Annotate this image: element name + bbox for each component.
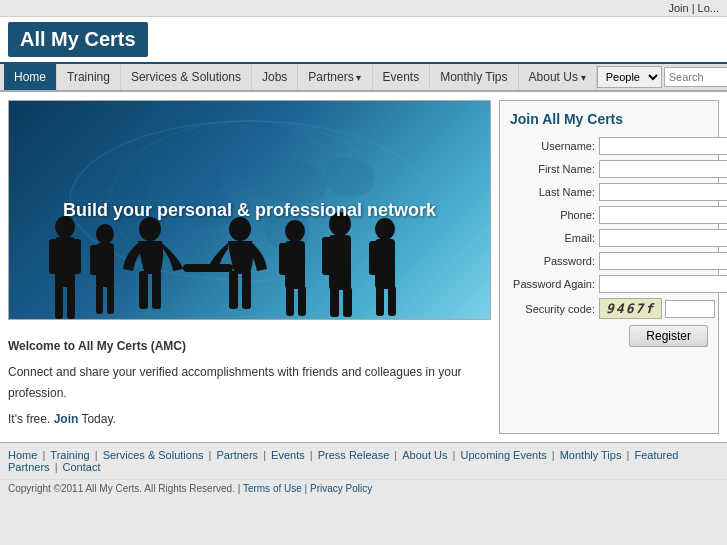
password-input[interactable] xyxy=(599,252,727,270)
svg-rect-40 xyxy=(376,286,384,316)
copyright-bar: Copyright ©2011 All My Certs. All Rights… xyxy=(0,479,727,497)
svg-rect-33 xyxy=(340,237,350,275)
copyright-text: Copyright ©2011 All My Certs. All Rights… xyxy=(8,483,235,494)
footer-link-events[interactable]: Events xyxy=(271,449,305,461)
security-label: Security code: xyxy=(510,303,595,315)
header: All My Certs xyxy=(0,17,727,64)
nav-item-monthly-tips[interactable]: Monthly Tips xyxy=(430,64,518,90)
footer-link-contact[interactable]: Contact xyxy=(63,461,101,473)
footer-link-upcoming[interactable]: Upcoming Events xyxy=(460,449,546,461)
svg-rect-9 xyxy=(55,284,63,319)
email-input[interactable] xyxy=(599,229,727,247)
footer-link-training[interactable]: Training xyxy=(50,449,89,461)
welcome-section: Welcome to All My Certs (AMC) Connect an… xyxy=(8,332,491,434)
svg-rect-18 xyxy=(139,271,148,309)
footer-link-partners[interactable]: Partners xyxy=(217,449,259,461)
firstname-row: First Name: xyxy=(510,160,708,178)
welcome-prefix: It's free. xyxy=(8,412,54,426)
password2-label: Password Again: xyxy=(510,278,595,290)
password2-row: Password Again: xyxy=(510,275,708,293)
nav-item-events[interactable]: Events xyxy=(373,64,431,90)
nav-item-about-us[interactable]: About Us xyxy=(519,64,597,90)
svg-rect-29 xyxy=(298,286,306,316)
footer-links: Home | Training | Services & Solutions |… xyxy=(0,442,727,479)
username-label: Username: xyxy=(510,140,595,152)
svg-point-36 xyxy=(375,218,395,240)
footer-link-services[interactable]: Services & Solutions xyxy=(103,449,204,461)
footer-link-home[interactable]: Home xyxy=(8,449,37,461)
phone-row: Phone: xyxy=(510,206,708,224)
firstname-input[interactable] xyxy=(599,160,727,178)
svg-rect-35 xyxy=(343,287,352,317)
svg-point-11 xyxy=(96,224,114,244)
svg-rect-38 xyxy=(369,241,378,275)
svg-rect-15 xyxy=(96,284,103,314)
svg-rect-19 xyxy=(152,271,161,309)
registration-form-section: Join All My Certs Username: First Name: … xyxy=(499,100,719,434)
welcome-heading: Welcome to All My Certs (AMC) xyxy=(8,336,491,356)
password-row: Password: xyxy=(510,252,708,270)
phone-input[interactable] xyxy=(599,206,727,224)
login-link[interactable]: Lo... xyxy=(698,2,719,14)
svg-point-21 xyxy=(229,217,251,241)
svg-rect-34 xyxy=(330,287,339,317)
hero-headline-text: Build your personal & professional netwo… xyxy=(63,200,436,220)
svg-rect-10 xyxy=(67,284,75,319)
svg-rect-32 xyxy=(322,237,332,275)
register-button[interactable]: Register xyxy=(629,325,708,347)
footer-link-about[interactable]: About Us xyxy=(402,449,447,461)
nav-item-home[interactable]: Home xyxy=(4,64,57,90)
nav-item-jobs[interactable]: Jobs xyxy=(252,64,298,90)
firstname-label: First Name: xyxy=(510,163,595,175)
svg-rect-22 xyxy=(229,271,238,309)
hero-headline: Build your personal & professional netwo… xyxy=(63,200,436,221)
lastname-label: Last Name: xyxy=(510,186,595,198)
register-button-row: Register xyxy=(510,325,708,347)
main-content: Build your personal & professional netwo… xyxy=(0,92,727,442)
lastname-row: Last Name: xyxy=(510,183,708,201)
svg-rect-28 xyxy=(286,286,294,316)
footer-link-press[interactable]: Press Release xyxy=(318,449,390,461)
nav-item-services[interactable]: Services & Solutions xyxy=(121,64,252,90)
form-title: Join All My Certs xyxy=(510,111,708,127)
svg-rect-39 xyxy=(386,241,395,275)
nav-search: People Certs Jobs 🔍 xyxy=(597,66,727,88)
nav: Home Training Services & Solutions Jobs … xyxy=(0,64,727,92)
logo-text: All My Certs xyxy=(20,28,136,50)
lastname-input[interactable] xyxy=(599,183,727,201)
welcome-line2: It's free. Join Today. xyxy=(8,409,491,429)
username-input[interactable] xyxy=(599,137,727,155)
logo[interactable]: All My Certs xyxy=(8,22,148,57)
join-link-body[interactable]: Join xyxy=(54,412,79,426)
password-label: Password: xyxy=(510,255,595,267)
join-link-text: Join xyxy=(54,412,79,426)
username-row: Username: xyxy=(510,137,708,155)
svg-rect-41 xyxy=(388,286,396,316)
hero-banner: Build your personal & professional netwo… xyxy=(8,100,491,320)
phone-label: Phone: xyxy=(510,209,595,221)
nav-item-training[interactable]: Training xyxy=(57,64,121,90)
svg-rect-13 xyxy=(90,245,99,275)
footer-link-monthly[interactable]: Monthly Tips xyxy=(560,449,622,461)
terms-link[interactable]: Terms of Use xyxy=(243,483,302,494)
search-input[interactable] xyxy=(664,67,727,87)
welcome-line1: Connect and share your verified accompli… xyxy=(8,362,491,403)
search-type-dropdown[interactable]: People Certs Jobs xyxy=(597,66,662,88)
email-row: Email: xyxy=(510,229,708,247)
captcha-image: 9467f xyxy=(599,298,662,319)
email-label: Email: xyxy=(510,232,595,244)
svg-rect-14 xyxy=(105,245,114,275)
welcome-suffix: Today. xyxy=(78,412,116,426)
svg-rect-23 xyxy=(242,271,251,309)
password2-input[interactable] xyxy=(599,275,727,293)
privacy-link[interactable]: Privacy Policy xyxy=(310,483,372,494)
svg-rect-7 xyxy=(49,239,59,274)
svg-point-17 xyxy=(139,217,161,241)
nav-item-partners[interactable]: Partners xyxy=(298,64,372,90)
captcha-input[interactable] xyxy=(665,300,715,318)
security-code-row: Security code: 9467f xyxy=(510,298,708,319)
svg-rect-27 xyxy=(296,243,305,275)
svg-rect-26 xyxy=(279,243,288,275)
join-link[interactable]: Join xyxy=(668,2,688,14)
register-button-label: Register xyxy=(646,329,691,343)
